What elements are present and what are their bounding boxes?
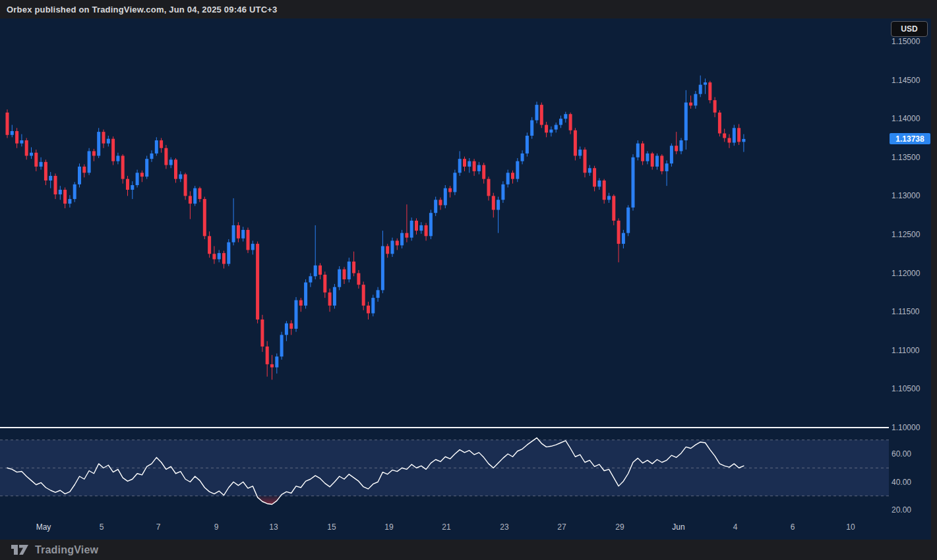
candle <box>34 150 38 171</box>
candle <box>473 159 476 176</box>
candle <box>651 152 654 170</box>
candle-body <box>338 269 341 287</box>
candle <box>44 159 47 185</box>
candlestick-rsi-canvas[interactable] <box>0 0 937 560</box>
candle <box>107 136 110 146</box>
candle <box>665 160 669 186</box>
candle-body <box>636 144 640 157</box>
tradingview-snapshot: Orbex published on TradingView.com, Jun … <box>0 0 937 560</box>
candle-body <box>584 150 587 173</box>
candle <box>453 170 456 196</box>
candle <box>415 218 418 235</box>
candle-body <box>266 347 269 364</box>
candle <box>218 250 221 262</box>
candle-body <box>232 225 235 242</box>
tradingview-brand-text[interactable]: TradingView <box>35 544 98 556</box>
candle <box>578 146 582 159</box>
candle-body <box>140 173 144 177</box>
candle-body <box>453 173 456 192</box>
candle-body <box>733 128 736 142</box>
currency-usd-button[interactable]: USD <box>891 21 928 37</box>
candle <box>487 177 491 200</box>
candle-body <box>116 155 119 161</box>
candle-body <box>655 155 659 166</box>
candle-body <box>280 335 284 356</box>
tradingview-logo-icon[interactable] <box>11 544 29 555</box>
candle <box>675 132 678 154</box>
candle-body <box>352 262 355 273</box>
candle <box>333 284 336 309</box>
candle-body <box>632 157 635 208</box>
candle <box>526 132 529 156</box>
candle-body <box>367 306 370 314</box>
candle-body <box>251 244 255 250</box>
candle-body <box>684 103 688 140</box>
candle-body <box>155 140 158 154</box>
candle-body <box>92 151 96 155</box>
candle <box>237 222 240 242</box>
candle <box>655 154 659 170</box>
candle-body <box>377 290 380 298</box>
candle-body <box>444 188 447 206</box>
candle-body <box>588 168 591 173</box>
candle <box>251 240 255 254</box>
candle <box>391 238 394 257</box>
candle-body <box>511 173 514 179</box>
candle-body <box>309 276 312 282</box>
candle-body <box>126 179 129 190</box>
candle-body <box>145 159 148 177</box>
candle-body <box>622 233 625 244</box>
candle <box>189 191 192 219</box>
candle <box>59 186 62 200</box>
candle <box>92 149 96 161</box>
candle <box>689 96 692 109</box>
candle-body <box>189 196 192 204</box>
candle-body <box>314 266 317 276</box>
candle <box>684 90 688 150</box>
candle <box>704 78 707 94</box>
candle-body <box>434 200 437 213</box>
candle-body <box>646 154 649 161</box>
candle-body <box>174 159 177 179</box>
candle <box>607 193 611 203</box>
candle <box>260 315 264 352</box>
candle <box>492 193 495 218</box>
candle <box>728 134 731 148</box>
candle <box>155 137 158 155</box>
candle <box>357 270 360 289</box>
candle <box>348 258 351 283</box>
candle <box>289 320 293 335</box>
publish-attribution: Orbex published on TradingView.com, Jun … <box>7 5 277 14</box>
candle <box>241 227 245 241</box>
candle <box>588 165 591 176</box>
candle <box>549 126 553 136</box>
candle-body <box>718 113 721 134</box>
candle-body <box>400 233 404 246</box>
candle-body <box>82 167 86 173</box>
candle <box>275 353 278 373</box>
candle <box>444 185 447 208</box>
candle-body <box>97 132 100 155</box>
candle-body <box>25 140 28 155</box>
candle <box>328 289 332 312</box>
candle-body <box>121 155 125 179</box>
candle <box>742 134 745 152</box>
candle-body <box>34 153 38 167</box>
candle <box>545 122 548 137</box>
candle <box>40 157 43 170</box>
candle <box>222 251 226 269</box>
candle-body <box>73 184 76 199</box>
candle-body <box>492 196 495 210</box>
candle <box>386 244 389 258</box>
candle <box>564 112 567 123</box>
candle-body <box>559 119 562 125</box>
candle-body <box>318 266 322 275</box>
candle-body <box>429 213 433 236</box>
candle <box>622 230 625 248</box>
candle-body <box>439 200 442 205</box>
candle-body <box>651 154 654 167</box>
candle-body <box>78 167 81 184</box>
candle-body <box>549 130 553 133</box>
candle <box>439 198 442 210</box>
candle <box>458 151 462 176</box>
